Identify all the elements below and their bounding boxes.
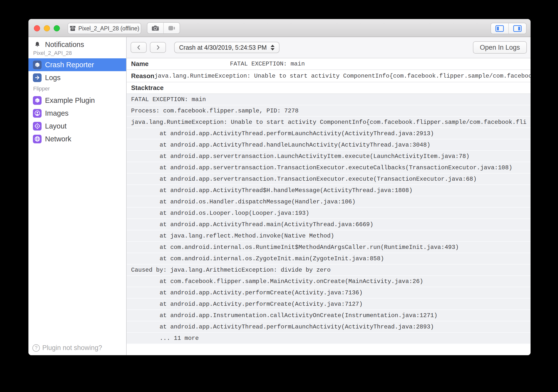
crash-details: Name FATAL EXCEPTION: main Reason java.l… bbox=[127, 58, 531, 355]
sidebar-item-label: Images bbox=[45, 109, 69, 117]
titlebar: Pixel_2_API_28 (offline) bbox=[28, 19, 531, 37]
sidebar-item-label: Example Plugin bbox=[45, 96, 95, 105]
sidebar-section-flipper: Flipper bbox=[28, 84, 126, 94]
panel-toggle-group bbox=[490, 23, 527, 34]
stacktrace-line: at java.lang.reflect.Method.invoke(Nativ… bbox=[127, 230, 531, 242]
open-in-logs-button[interactable]: Open In Logs bbox=[473, 41, 527, 54]
device-selector-button[interactable]: Pixel_2_API_28 (offline) bbox=[68, 23, 141, 34]
flipper-window: Pixel_2_API_28 (offline) bbox=[28, 19, 531, 355]
stacktrace-line: at android.app.ActivityThread.performLau… bbox=[127, 128, 531, 139]
stacktrace-line: at android.app.ActivityThread.performLau… bbox=[127, 321, 531, 333]
bell-icon bbox=[33, 40, 42, 49]
cube-icon bbox=[33, 96, 42, 105]
device-title: Pixel_2_API_28 (offline) bbox=[78, 25, 139, 32]
main-panel: Crash at 4/30/2019, 5:24:53 PM Open In L… bbox=[127, 37, 531, 355]
capture-button-group bbox=[147, 22, 180, 34]
previous-crash-button[interactable] bbox=[131, 42, 147, 53]
archive-box-icon bbox=[70, 25, 76, 31]
close-button[interactable] bbox=[34, 25, 40, 31]
crash-selector-value: Crash at 4/30/2019, 5:24:53 PM bbox=[179, 44, 267, 51]
globe-icon bbox=[33, 135, 42, 143]
stacktrace-line: java.lang.RuntimeException: Unable to st… bbox=[127, 117, 531, 128]
screenshot-button[interactable] bbox=[147, 23, 163, 33]
stacktrace-line: at android.app.servertransaction.Transac… bbox=[127, 174, 531, 185]
right-sidebar-toggle-icon bbox=[513, 25, 522, 32]
plugin-help-link[interactable]: ? Plugin not showing? bbox=[32, 344, 102, 352]
sidebar-item-label: Network bbox=[45, 135, 71, 143]
stacktrace-line: at android.os.Handler.dispatchMessage(Ha… bbox=[127, 196, 531, 208]
stacktrace-line: ... 11 more bbox=[127, 333, 531, 344]
stacktrace-line: at android.app.ActivityThread.handleLaun… bbox=[127, 139, 531, 151]
sidebar-item-notifications[interactable]: Notifications bbox=[28, 38, 126, 51]
sidebar-item-images[interactable]: Images bbox=[28, 107, 126, 120]
sidebar-item-layout[interactable]: Layout bbox=[28, 120, 126, 132]
select-arrows-icon bbox=[271, 45, 275, 50]
stacktrace-line: at android.os.Looper.loop(Looper.java:19… bbox=[127, 208, 531, 219]
sidebar-item-crash-reporter[interactable]: Crash Reporter bbox=[28, 58, 126, 71]
crash-name-row: Name FATAL EXCEPTION: main bbox=[127, 58, 531, 70]
stacktrace-line: at android.app.Activity.performCreate(Ac… bbox=[127, 299, 531, 310]
screen-record-button[interactable] bbox=[163, 23, 180, 33]
stacktrace-line: at com.android.internal.os.ZygoteInit.ma… bbox=[127, 253, 531, 264]
window-controls bbox=[34, 25, 60, 31]
crash-name-label: Name bbox=[131, 60, 149, 68]
stacktrace-line: at com.android.internal.os.RuntimeInit$M… bbox=[127, 242, 531, 253]
stacktrace-line: at android.app.ActivityThread$H.handleMe… bbox=[127, 185, 531, 196]
sidebar-section-device: Pixel_2_API_28 bbox=[28, 51, 126, 58]
sidebar-item-label: Layout bbox=[45, 122, 67, 130]
crash-name-value: FATAL EXCEPTION: main bbox=[230, 61, 305, 67]
stacktrace-line: Caused by: java.lang.ArithmeticException… bbox=[127, 264, 531, 276]
sidebar-item-label: Crash Reporter bbox=[45, 61, 94, 69]
person-circle-icon bbox=[33, 109, 42, 118]
target-icon bbox=[33, 122, 42, 131]
crash-reason-row: Reason java.lang.RuntimeException: Unabl… bbox=[127, 70, 531, 82]
arrow-right-icon bbox=[33, 73, 42, 82]
sidebar-item-logs[interactable]: Logs bbox=[28, 71, 126, 84]
sidebar-item-label: Notifications bbox=[45, 41, 84, 49]
plugin-help-label: Plugin not showing? bbox=[42, 344, 102, 352]
plugin-sidebar: Notifications Pixel_2_API_28 Crash Repor… bbox=[28, 37, 127, 355]
crash-selector-dropdown[interactable]: Crash at 4/30/2019, 5:24:53 PM bbox=[174, 42, 279, 53]
stacktrace-header-label: Stacktrace bbox=[131, 84, 164, 92]
stacktrace-line: at android.app.Instrumentation.callActiv… bbox=[127, 310, 531, 321]
toggle-left-sidebar-button[interactable] bbox=[491, 23, 508, 34]
crash-toolbar: Crash at 4/30/2019, 5:24:53 PM Open In L… bbox=[127, 37, 531, 58]
stacktrace-line: at android.app.Activity.performCreate(Ac… bbox=[127, 287, 531, 299]
stacktrace-line: Process: com.facebook.flipper.sample, PI… bbox=[127, 105, 531, 117]
toggle-right-sidebar-button[interactable] bbox=[508, 23, 526, 34]
cube-icon bbox=[33, 61, 42, 69]
stacktrace-header-row: Stacktrace bbox=[127, 82, 531, 94]
stacktrace-line: at com.facebook.flipper.sample.MainActiv… bbox=[127, 276, 531, 287]
chevron-left-icon bbox=[136, 45, 141, 50]
stacktrace-line: at android.app.ActivityThread.main(Activ… bbox=[127, 219, 531, 230]
video-camera-icon bbox=[168, 25, 176, 31]
crash-reason-label: Reason bbox=[131, 72, 154, 80]
zoom-button[interactable] bbox=[54, 25, 60, 31]
stacktrace-line: at android.app.servertransaction.Transac… bbox=[127, 162, 531, 174]
sidebar-item-network[interactable]: Network bbox=[28, 132, 126, 145]
stacktrace-line: at android.app.servertransaction.LaunchA… bbox=[127, 151, 531, 162]
chevron-right-icon bbox=[156, 45, 161, 50]
question-circle-icon: ? bbox=[32, 344, 40, 352]
stacktrace-line: FATAL EXCEPTION: main bbox=[127, 94, 531, 105]
sidebar-item-example-plugin[interactable]: Example Plugin bbox=[28, 94, 126, 107]
sidebar-item-label: Logs bbox=[45, 74, 61, 82]
minimize-button[interactable] bbox=[44, 25, 50, 31]
left-sidebar-toggle-icon bbox=[495, 25, 504, 32]
crash-reason-value: java.lang.RuntimeException: Unable to st… bbox=[154, 73, 531, 79]
next-crash-button[interactable] bbox=[150, 42, 166, 53]
camera-icon bbox=[151, 25, 159, 32]
